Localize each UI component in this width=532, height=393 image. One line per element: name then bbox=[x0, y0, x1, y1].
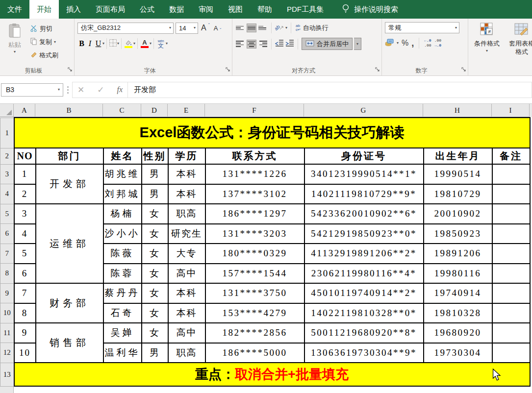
cell-birth[interactable]: 20010902 bbox=[424, 204, 492, 224]
cell-gender[interactable]: 男 bbox=[142, 343, 168, 363]
cell-birth[interactable]: 19850923 bbox=[424, 224, 492, 244]
header-phone[interactable]: 联系方式 bbox=[205, 148, 304, 164]
cell-note[interactable] bbox=[492, 283, 530, 303]
cell-gender[interactable]: 女 bbox=[142, 303, 168, 323]
cell-no[interactable]: 9 bbox=[14, 323, 36, 343]
clipboard-dialog-launcher[interactable] bbox=[68, 65, 73, 74]
row-header[interactable]: 6 bbox=[0, 224, 14, 244]
header-no[interactable]: NO bbox=[14, 148, 36, 164]
row-header[interactable]: 2 bbox=[0, 148, 14, 164]
increase-indent-button[interactable] bbox=[285, 40, 294, 49]
cell-gender[interactable]: 女 bbox=[142, 224, 168, 244]
accounting-format-button[interactable] bbox=[385, 39, 394, 48]
cell-note[interactable] bbox=[492, 244, 530, 264]
tab-file[interactable]: 文件 bbox=[0, 0, 29, 19]
tab-data[interactable]: 数据 bbox=[162, 0, 191, 19]
column-header-i[interactable]: I bbox=[492, 104, 530, 117]
cell-note[interactable] bbox=[492, 343, 530, 363]
cell-note[interactable] bbox=[492, 184, 530, 204]
cell-name[interactable]: 杨楠 bbox=[103, 204, 142, 224]
cell-footer[interactable]: 重点：取消合并+批量填充 bbox=[14, 363, 530, 386]
alignment-dialog-launcher[interactable] bbox=[375, 65, 380, 74]
cell-education[interactable]: 大专 bbox=[168, 244, 205, 264]
align-left-button[interactable] bbox=[235, 40, 245, 49]
row-header[interactable]: 5 bbox=[0, 204, 14, 224]
name-box[interactable]: B3 ▾ bbox=[1, 83, 63, 97]
cell-note[interactable] bbox=[492, 204, 530, 224]
cell-name[interactable]: 蔡丹丹 bbox=[103, 283, 142, 303]
font-dialog-launcher[interactable] bbox=[226, 65, 230, 74]
cell-id[interactable]: 34012319990514**1* bbox=[304, 164, 424, 184]
formula-bar-splitter[interactable] bbox=[63, 86, 72, 94]
cell-id[interactable]: 41132919891206**2* bbox=[304, 244, 424, 264]
cell-name[interactable]: 陈蓉 bbox=[103, 264, 142, 284]
cell-gender[interactable]: 女 bbox=[142, 283, 168, 303]
comma-style-button[interactable]: , bbox=[411, 38, 414, 49]
number-format-combo[interactable]: 常规▾ bbox=[385, 22, 459, 33]
cell-phone[interactable]: 131****3203 bbox=[205, 224, 304, 244]
tab-page-layout[interactable]: 页面布局 bbox=[88, 0, 132, 19]
cell-phone[interactable]: 186****1297 bbox=[205, 204, 304, 224]
bold-button[interactable]: B bbox=[77, 39, 86, 48]
cell-phone[interactable]: 131****3750 bbox=[205, 283, 304, 303]
cell-birth[interactable]: 19990514 bbox=[424, 164, 492, 184]
increase-decimal-button[interactable]: ←.0.00 bbox=[424, 38, 431, 48]
cell-title[interactable]: Excel函数公式：身份证号码相关技巧解读 bbox=[14, 118, 530, 148]
cell-education[interactable]: 本科 bbox=[168, 184, 205, 204]
cell-note[interactable] bbox=[492, 264, 530, 284]
fill-color-button[interactable] bbox=[124, 40, 133, 48]
cell-note[interactable] bbox=[492, 164, 530, 184]
tab-view[interactable]: 视图 bbox=[221, 0, 250, 19]
paste-dropdown[interactable]: ▾ bbox=[14, 50, 16, 54]
cell-no[interactable]: 2 bbox=[14, 184, 36, 204]
decrease-indent-button[interactable] bbox=[275, 40, 284, 49]
align-center-button[interactable] bbox=[247, 40, 256, 49]
cell-no[interactable]: 3 bbox=[14, 204, 36, 224]
row-header[interactable]: 4 bbox=[0, 184, 14, 204]
align-right-button[interactable] bbox=[258, 40, 268, 49]
column-header-b[interactable]: B bbox=[35, 104, 103, 117]
row-header[interactable]: 3 bbox=[0, 164, 14, 184]
paste-button[interactable]: 粘贴 ▾ bbox=[3, 22, 26, 67]
row-header[interactable]: 10 bbox=[0, 303, 14, 323]
cell-education[interactable]: 本科 bbox=[168, 164, 205, 184]
column-header-e[interactable]: E bbox=[168, 104, 205, 117]
cell-id[interactable]: 13063619730304**9* bbox=[304, 343, 424, 363]
cell-note[interactable] bbox=[492, 303, 530, 323]
cell-education[interactable]: 职高 bbox=[168, 343, 205, 363]
cell-no[interactable]: 4 bbox=[14, 224, 36, 244]
cell-name[interactable]: 温利华 bbox=[103, 343, 142, 363]
cell-gender[interactable]: 女 bbox=[142, 323, 168, 343]
middle-align-button[interactable] bbox=[247, 24, 256, 32]
cut-button[interactable]: 剪切 bbox=[29, 23, 59, 35]
cell-education[interactable]: 高中 bbox=[168, 323, 205, 343]
select-all-button[interactable] bbox=[0, 104, 14, 117]
conditional-formatting-button[interactable]: ≠ 条件格式 ▾ bbox=[474, 22, 500, 67]
header-note[interactable]: 备注 bbox=[492, 148, 530, 164]
cell-id[interactable]: 54233620010902**6* bbox=[304, 204, 424, 224]
italic-button[interactable]: I bbox=[86, 39, 94, 48]
row-header[interactable]: 9 bbox=[0, 283, 14, 303]
orientation-dropdown[interactable]: ▾ bbox=[285, 26, 287, 30]
cell-education[interactable]: 职高 bbox=[168, 204, 205, 224]
tab-insert[interactable]: 插入 bbox=[59, 0, 88, 19]
row-header[interactable]: 1 bbox=[0, 118, 14, 148]
cell-education[interactable]: 研究生 bbox=[168, 224, 205, 244]
wrap-text-button[interactable]: abc↵ 自动换行 bbox=[295, 22, 329, 34]
cell-id[interactable]: 23062119980116**4* bbox=[304, 264, 424, 284]
cell-no[interactable]: 1 bbox=[14, 164, 36, 184]
cell-birth[interactable]: 19740914 bbox=[424, 283, 492, 303]
cell-dept[interactable]: 财务部 bbox=[36, 283, 103, 323]
cell-id[interactable]: 14021119810729**9* bbox=[304, 184, 424, 204]
fill-color-dropdown[interactable]: ▾ bbox=[133, 42, 135, 46]
cell-education[interactable]: 本科 bbox=[168, 303, 205, 323]
tab-review[interactable]: 审阅 bbox=[191, 0, 221, 19]
formula-input[interactable]: 开发部 bbox=[128, 82, 532, 98]
font-color-dropdown[interactable]: ▾ bbox=[150, 42, 152, 46]
cancel-button[interactable]: ✕ bbox=[77, 85, 84, 95]
cell-id[interactable]: 54212919850923**0* bbox=[304, 224, 424, 244]
cell-no[interactable]: 5 bbox=[14, 244, 36, 264]
cell-gender[interactable]: 女 bbox=[142, 204, 168, 224]
phonetic-dropdown[interactable]: ▾ bbox=[166, 42, 168, 46]
cell-phone[interactable]: 131****1226 bbox=[205, 164, 304, 184]
